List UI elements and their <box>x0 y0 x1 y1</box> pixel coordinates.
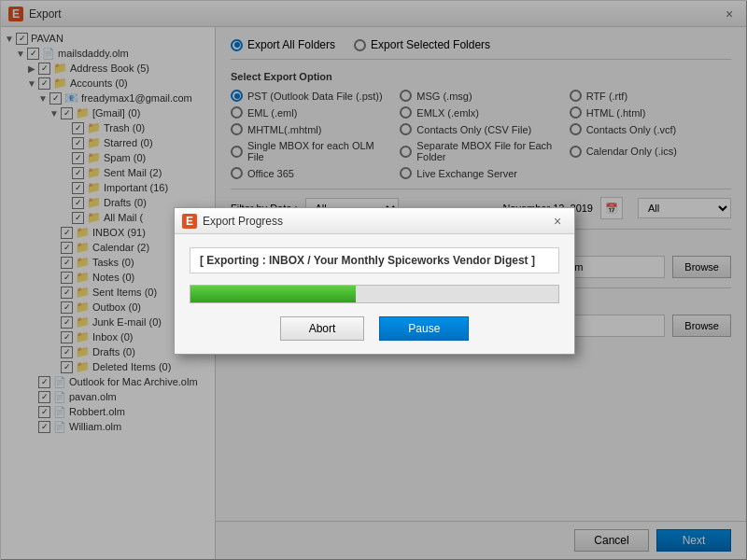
export-progress-modal: E Export Progress × [ Exporting : INBOX … <box>174 207 575 355</box>
modal-title-left: E Export Progress <box>182 214 283 229</box>
modal-title-bar: E Export Progress × <box>175 208 574 234</box>
modal-buttons: Abort Pause <box>190 316 559 341</box>
modal-close-button[interactable]: × <box>548 212 567 231</box>
progress-bar-fill <box>190 286 356 302</box>
modal-title: Export Progress <box>203 215 283 228</box>
abort-button[interactable]: Abort <box>280 316 365 341</box>
pause-button[interactable]: Pause <box>379 316 469 341</box>
modal-status-text: [ Exporting : INBOX / Your Monthly Spice… <box>190 247 559 273</box>
export-window: E Export × ▼ PAVAN ▼ 📄 mailsdaddy.olm <box>0 0 747 560</box>
progress-bar-container <box>190 285 559 303</box>
modal-overlay: E Export Progress × [ Exporting : INBOX … <box>1 1 747 560</box>
modal-icon: E <box>182 214 197 229</box>
modal-body: [ Exporting : INBOX / Your Monthly Spice… <box>175 234 574 354</box>
